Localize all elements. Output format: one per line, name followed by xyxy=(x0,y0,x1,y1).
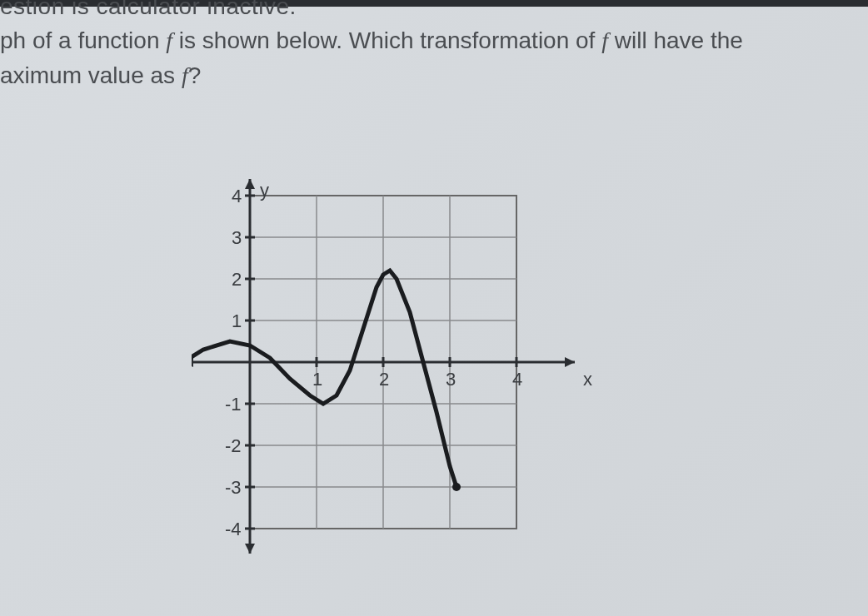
notice-text: estion is calculator inactive. xyxy=(0,0,297,20)
chart-svg: 1 2 3 4 1 2 3 4 -1 -2 -3 -4 y x xyxy=(192,166,608,558)
y-tick-label: -2 xyxy=(225,435,242,456)
y-axis-arrow-down xyxy=(245,544,255,554)
function-graph: 1 2 3 4 1 2 3 4 -1 -2 -3 -4 y x xyxy=(192,166,608,558)
y-tick-label: 1 xyxy=(232,310,242,331)
variable-f: f xyxy=(182,62,188,88)
x-tick-label: 2 xyxy=(379,369,389,390)
variable-f: f xyxy=(601,27,608,53)
variable-f: f xyxy=(166,27,172,53)
question-line-2: aximum value as f? xyxy=(0,58,201,93)
question-line-1: ph of a function f is shown below. Which… xyxy=(0,23,866,58)
x-tick-label: 4 xyxy=(512,369,522,390)
question-text-part: aximum value as xyxy=(0,62,182,88)
y-tick-label: 4 xyxy=(232,186,242,206)
x-tick-label: 1 xyxy=(312,369,322,390)
y-tick-label: -1 xyxy=(225,394,242,415)
y-tick-label: 3 xyxy=(232,227,242,248)
y-tick-label: -3 xyxy=(225,477,242,498)
y-axis-label: y xyxy=(260,180,269,201)
y-tick-label: -4 xyxy=(225,519,242,539)
x-tick-label: 3 xyxy=(446,369,456,390)
question-text-part: will have the xyxy=(608,27,743,53)
x-axis-arrow xyxy=(565,357,575,367)
question-text-part: is shown below. Which transformation of xyxy=(172,27,601,53)
question-text-part: ph of a function xyxy=(0,27,166,53)
curve-end-point xyxy=(452,483,461,491)
x-axis-label: x xyxy=(583,369,592,390)
y-axis-arrow-up xyxy=(245,179,255,189)
question-text-part: ? xyxy=(188,62,202,88)
y-tick-label: 2 xyxy=(232,269,242,290)
